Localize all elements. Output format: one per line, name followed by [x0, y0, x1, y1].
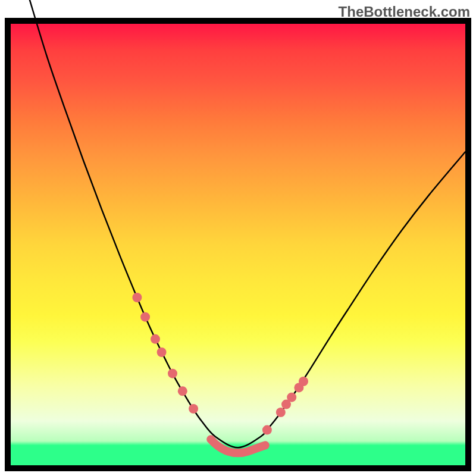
chart-stage: TheBottleneck.com [0, 0, 476, 476]
plot-frame [5, 18, 471, 471]
